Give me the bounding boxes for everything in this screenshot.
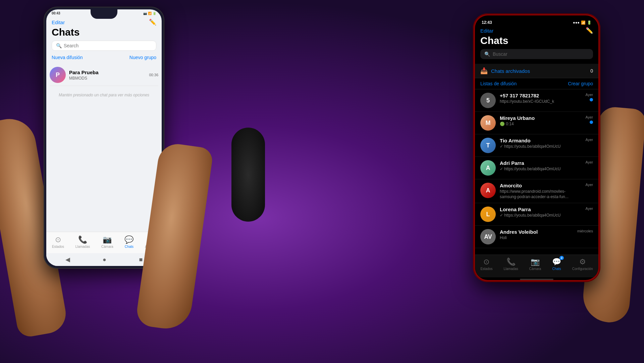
new-broadcast-left[interactable]: Nueva difusión [52, 55, 83, 60]
chat-item-4[interactable]: A Adri Parra ✓ https://youtu.be/ab8qa4Om… [475, 157, 598, 179]
phone-left: 00:43 📷 📶 🔋 Editar ✏️ Chats 🔍 [44, 7, 164, 269]
chat-time-1: Ayer [586, 93, 593, 97]
chat-item-2[interactable]: M Mireya Urbano 🟢 0:14 Ayer [475, 112, 598, 134]
nav-estados-right[interactable]: ⊙ Estados [480, 258, 492, 271]
broadcast-list-link[interactable]: Listas de difusión [480, 81, 517, 86]
llamadas-label-right: Llamadas [503, 267, 518, 271]
nav-llamadas[interactable]: 📞 Llamadas [75, 235, 90, 248]
llamadas-icon: 📞 [78, 235, 87, 244]
create-group-link[interactable]: Crear grupo [568, 81, 593, 86]
nav-chats-left[interactable]: 💬 Chats [124, 235, 133, 248]
estados-icon-right: ⊙ [483, 258, 489, 266]
search-icon-left: 🔍 [56, 43, 62, 48]
nav-chats-right[interactable]: 💬 2 Chats [552, 258, 561, 271]
unread-dot-2 [590, 121, 593, 124]
avatar-2: M [480, 115, 496, 131]
chats-badge-container: 💬 2 [552, 258, 561, 266]
chat-item-6[interactable]: L Lorena Parra ✓ https://youtu.be/ab8qa4… [475, 203, 598, 226]
search-bar-left[interactable]: 🔍 [52, 41, 156, 51]
chat-item[interactable]: P Para Prueba MBMODS 00:36 [50, 64, 158, 86]
search-icon-right: 🔍 [484, 51, 490, 57]
edit-button-right[interactable]: Editar [480, 28, 493, 34]
chat-item-1[interactable]: 5 +57 317 7821782 https://youtu.be/xC-IG… [475, 89, 598, 112]
chat-time-5: Ayer [586, 183, 593, 187]
bottom-nav-right: ⊙ Estados 📞 Llamadas 📷 Cámara 💬 2 Cha [475, 255, 598, 277]
compose-icon-left[interactable]: ✏️ [149, 18, 156, 26]
chat-content-2: Mireya Urbano 🟢 0:14 [500, 115, 582, 127]
nav-camara-right[interactable]: 📷 Cámara [529, 258, 541, 271]
archived-label: Chats archivados [491, 68, 587, 74]
chat-content-4: Adri Parra ✓ https://youtu.be/ab8qa4OmUc… [500, 160, 582, 172]
avatar-5: A [480, 183, 496, 198]
back-button[interactable]: ◀ [65, 256, 70, 263]
chats-label-left: Chats [125, 245, 133, 248]
chats-label-right: Chats [552, 267, 561, 271]
chat-name-5: Amorcito [500, 183, 582, 188]
phone-right-screen: 12:43 ●●● 📶 🔋 Editar ✏️ Chats 🔍 Buscar [475, 15, 598, 280]
search-bar-right[interactable]: 🔍 Buscar [480, 49, 593, 59]
chat-time-4: Ayer [586, 160, 593, 164]
chat-preview-5: https://www.proandroid.com/moviles-samsu… [500, 189, 582, 199]
chat-item-3[interactable]: T Tio Armando ✓ https://youtu.be/ab8qa4O… [475, 134, 598, 157]
chat-name-7: Andres Voleibol [500, 229, 573, 235]
chat-content-para-prueba: Para Prueba MBMODS [69, 70, 146, 81]
chat-preview-7: Holi [500, 235, 573, 241]
avatar-3: T [480, 138, 496, 153]
edit-button-left[interactable]: Editar [52, 19, 65, 25]
chat-preview: MBMODS [69, 76, 146, 81]
chat-list-right: 5 +57 317 7821782 https://youtu.be/xC-IG… [475, 89, 598, 255]
whatsapp-iphone: 12:43 ●●● 📶 🔋 Editar ✏️ Chats 🔍 Buscar [475, 15, 598, 280]
chat-time-2: Ayer [586, 115, 593, 119]
nav-camara[interactable]: 📷 Cámara [101, 235, 113, 248]
compose-icon-right[interactable]: ✏️ [586, 27, 593, 34]
search-input-left[interactable] [64, 43, 152, 48]
nav-llamadas-right[interactable]: 📞 Llamadas [503, 258, 518, 271]
dynamic-island [518, 19, 555, 28]
chat-name-4: Adri Parra [500, 160, 582, 166]
status-icons-left: 📷 📶 🔋 [143, 12, 156, 15]
bottom-nav-left: ⊙ Estados 📞 Llamadas 📷 Cámara 💬 Chats ⚙ [46, 232, 162, 253]
time-right: 12:43 [482, 20, 492, 25]
recents-button[interactable]: ■ [139, 256, 143, 263]
estados-label-right: Estados [480, 267, 492, 271]
config-label-right: Configuración [572, 267, 593, 271]
phone-right: 12:43 ●●● 📶 🔋 Editar ✏️ Chats 🔍 Buscar [473, 13, 600, 282]
chat-content-5: Amorcito https://www.proandroid.com/movi… [500, 183, 582, 199]
chat-name-1: +57 317 7821782 [500, 93, 582, 98]
camara-icon-right: 📷 [531, 258, 540, 266]
chat-name-2: Mireya Urbano [500, 115, 582, 121]
hint-text-left: Mantén presionado un chat para ver más o… [50, 86, 158, 104]
chat-preview-1: https://youtu.be/xC-IGCUdC_k [500, 99, 582, 104]
time-left: 00:43 [52, 11, 60, 15]
chat-time-7: miércoles [577, 229, 593, 233]
chat-name-3: Tio Armando [500, 138, 582, 143]
chat-item-7[interactable]: AV Andres Voleibol Holi miércoles [475, 226, 598, 248]
unread-dot-1 [590, 98, 593, 101]
chat-preview-3: ✓ https://youtu.be/ab8qa4OmUcU [500, 144, 582, 149]
chat-right-7: miércoles [577, 229, 593, 233]
chat-right-2: Ayer [586, 115, 593, 124]
chats-title-left: Chats [52, 26, 156, 41]
header-right: Editar ✏️ Chats 🔍 Buscar [475, 26, 598, 64]
llamadas-icon-right: 📞 [506, 258, 516, 266]
avatar-7: AV [480, 229, 496, 244]
home-button[interactable]: ● [103, 256, 106, 263]
chat-right-6: Ayer [586, 207, 593, 211]
chat-item-5[interactable]: A Amorcito https://www.proandroid.com/mo… [475, 179, 598, 203]
chat-right-5: Ayer [586, 183, 593, 187]
notch-left [91, 9, 117, 19]
avatar-para-prueba: P [50, 67, 66, 83]
archived-row[interactable]: 📥 Chats archivados 0 [475, 64, 598, 78]
nav-estados[interactable]: ⊙ Estados [52, 235, 64, 248]
whatsapp-android: 00:43 📷 📶 🔋 Editar ✏️ Chats 🔍 [46, 9, 162, 266]
chat-time-6: Ayer [586, 207, 593, 211]
nav-config-right[interactable]: ⚙ Configuración [572, 258, 593, 271]
chat-name-6: Lorena Parra [500, 207, 582, 212]
new-group-left[interactable]: Nuevo grupo [129, 55, 156, 60]
avatar-1: 5 [480, 93, 496, 108]
chat-right-1: Ayer [586, 93, 593, 101]
broadcast-row-left: Nueva difusión Nuevo grupo [52, 53, 156, 63]
chats-badge: 2 [559, 256, 564, 260]
chat-right-3: Ayer [586, 138, 593, 142]
header-row-left: Editar ✏️ [52, 18, 156, 26]
